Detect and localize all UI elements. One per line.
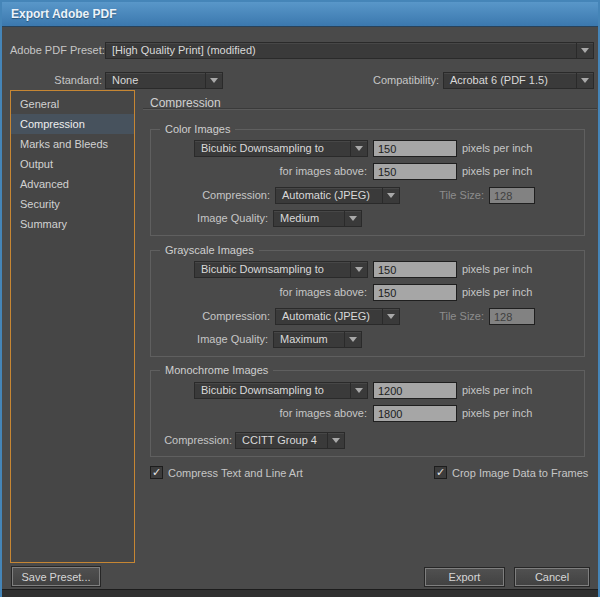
monochrome-above-unit: pixels per inch xyxy=(462,405,532,422)
monochrome-above-label: for images above: xyxy=(217,405,367,422)
monochrome-compression-value: CCITT Group 4 xyxy=(242,434,317,446)
grayscale-compression-value: Automatic (JPEG) xyxy=(282,310,370,322)
color-downsample-method-value: Bicubic Downsampling to xyxy=(201,142,324,154)
settings-pane-list: General Compression Marks and Bleeds Out… xyxy=(10,90,135,563)
export-button[interactable]: Export xyxy=(425,568,504,586)
grayscale-resolution-input[interactable] xyxy=(373,261,457,278)
chevron-down-icon xyxy=(576,43,593,58)
grayscale-quality-dropdown[interactable]: Maximum xyxy=(273,331,362,348)
grayscale-images-group: Grayscale Images Bicubic Downsampling to… xyxy=(150,250,585,357)
grayscale-tile-size-input xyxy=(489,308,535,325)
color-downsample-method-dropdown[interactable]: Bicubic Downsampling to xyxy=(194,140,368,157)
sidebar-item-advanced[interactable]: Advanced xyxy=(11,174,134,194)
color-quality-label: Image Quality: xyxy=(168,210,268,227)
chevron-down-icon xyxy=(344,211,361,226)
grayscale-downsample-method-value: Bicubic Downsampling to xyxy=(201,263,324,275)
sidebar-item-general[interactable]: General xyxy=(11,94,134,114)
grayscale-compression-label: Compression: xyxy=(170,308,270,325)
grayscale-above-input[interactable] xyxy=(373,284,457,301)
sidebar-item-security[interactable]: Security xyxy=(11,194,134,214)
monochrome-compression-label: Compression: xyxy=(152,432,232,449)
compatibility-label: Compatibility: xyxy=(342,72,439,89)
chevron-down-icon xyxy=(350,262,367,277)
crop-image-data-checkbox[interactable] xyxy=(434,466,447,479)
monochrome-images-group: Monochrome Images Bicubic Downsampling t… xyxy=(150,370,585,457)
sidebar-item-compression[interactable]: Compression xyxy=(11,114,134,134)
pane-title-divider xyxy=(143,108,597,109)
monochrome-compression-dropdown[interactable]: CCITT Group 4 xyxy=(235,432,345,449)
monochrome-resolution-input[interactable] xyxy=(373,382,457,399)
crop-image-data-checkbox-row[interactable]: Crop Image Data to Frames xyxy=(434,466,588,479)
preset-value: [High Quality Print] (modified) xyxy=(112,44,256,56)
color-quality-value: Medium xyxy=(280,212,319,224)
chevron-down-icon xyxy=(382,188,399,203)
compatibility-value: Acrobat 6 (PDF 1.5) xyxy=(450,74,548,86)
monochrome-above-input[interactable] xyxy=(373,405,457,422)
chevron-down-icon xyxy=(327,433,344,448)
grayscale-above-unit: pixels per inch xyxy=(462,284,532,301)
color-above-label: for images above: xyxy=(217,163,367,180)
standard-dropdown[interactable]: None xyxy=(105,72,223,89)
grayscale-quality-label: Image Quality: xyxy=(168,331,268,348)
chevron-down-icon xyxy=(205,73,222,88)
monochrome-images-group-title: Monochrome Images xyxy=(160,364,273,377)
compress-text-checkbox-row[interactable]: Compress Text and Line Art xyxy=(150,466,303,479)
grayscale-downsample-method-dropdown[interactable]: Bicubic Downsampling to xyxy=(194,261,368,278)
color-compression-value: Automatic (JPEG) xyxy=(282,189,370,201)
chevron-down-icon xyxy=(350,141,367,156)
dialog-title: Export Adobe PDF xyxy=(11,7,117,21)
monochrome-downsample-method-value: Bicubic Downsampling to xyxy=(201,384,324,396)
chevron-down-icon xyxy=(350,383,367,398)
color-resolution-unit: pixels per inch xyxy=(462,140,532,157)
color-compression-label: Compression: xyxy=(170,187,270,204)
grayscale-quality-value: Maximum xyxy=(280,333,328,345)
dialog-titlebar[interactable]: Export Adobe PDF xyxy=(2,2,598,27)
grayscale-above-label: for images above: xyxy=(217,284,367,301)
color-above-input[interactable] xyxy=(373,163,457,180)
save-preset-button[interactable]: Save Preset... xyxy=(12,567,100,586)
chevron-down-icon xyxy=(576,73,593,88)
color-resolution-input[interactable] xyxy=(373,140,457,157)
color-tile-size-label: Tile Size: xyxy=(404,187,484,204)
color-above-unit: pixels per inch xyxy=(462,163,532,180)
monochrome-resolution-unit: pixels per inch xyxy=(462,382,532,399)
sidebar-item-marks-and-bleeds[interactable]: Marks and Bleeds xyxy=(11,134,134,154)
compress-text-label: Compress Text and Line Art xyxy=(168,467,303,479)
chevron-down-icon xyxy=(382,309,399,324)
preset-label: Adobe PDF Preset: xyxy=(10,42,102,59)
dialog-bottom-edge xyxy=(2,589,600,597)
color-compression-dropdown[interactable]: Automatic (JPEG) xyxy=(275,187,400,204)
compatibility-dropdown[interactable]: Acrobat 6 (PDF 1.5) xyxy=(443,72,594,89)
color-images-group-title: Color Images xyxy=(160,123,235,136)
cancel-button[interactable]: Cancel xyxy=(515,568,589,586)
compress-text-checkbox[interactable] xyxy=(150,466,163,479)
color-images-group: Color Images Bicubic Downsampling to pix… xyxy=(150,129,585,236)
grayscale-compression-dropdown[interactable]: Automatic (JPEG) xyxy=(275,308,400,325)
grayscale-resolution-unit: pixels per inch xyxy=(462,261,532,278)
standard-label: Standard: xyxy=(10,72,102,89)
export-adobe-pdf-dialog: Export Adobe PDF Adobe PDF Preset: [High… xyxy=(0,0,600,597)
preset-dropdown[interactable]: [High Quality Print] (modified) xyxy=(105,42,594,59)
monochrome-downsample-method-dropdown[interactable]: Bicubic Downsampling to xyxy=(194,382,368,399)
chevron-down-icon xyxy=(344,332,361,347)
grayscale-images-group-title: Grayscale Images xyxy=(160,244,259,257)
color-tile-size-input xyxy=(489,187,535,204)
grayscale-tile-size-label: Tile Size: xyxy=(404,308,484,325)
standard-value: None xyxy=(112,74,138,86)
color-quality-dropdown[interactable]: Medium xyxy=(273,210,362,227)
sidebar-item-output[interactable]: Output xyxy=(11,154,134,174)
crop-image-data-label: Crop Image Data to Frames xyxy=(452,467,588,479)
sidebar-item-summary[interactable]: Summary xyxy=(11,214,134,234)
